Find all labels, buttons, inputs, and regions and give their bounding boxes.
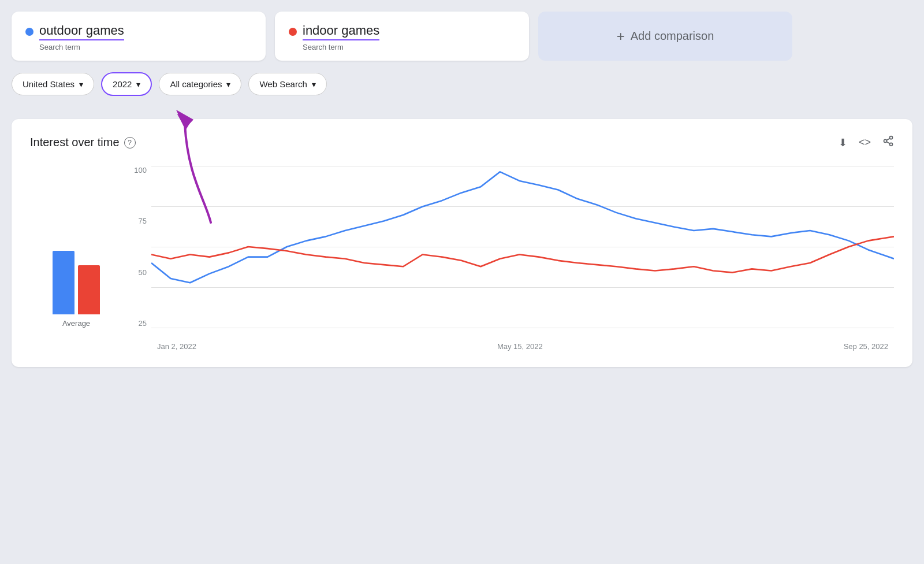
svg-point-3 [884, 140, 887, 143]
x-axis-labels: Jan 2, 2022 May 15, 2022 Sep 25, 2022 [151, 342, 894, 351]
x-label-may: May 15, 2022 [497, 342, 543, 351]
add-comparison-button[interactable]: + Add comparison [538, 12, 792, 61]
search-term-text-1[interactable]: outdoor games [39, 23, 124, 40]
svg-point-4 [890, 143, 893, 146]
dot-red-2 [289, 28, 297, 36]
chart-header: Interest over time ? ⬇ <> [30, 135, 894, 150]
y-label-75: 75 [139, 217, 147, 225]
location-label: United States [23, 79, 74, 89]
download-icon[interactable]: ⬇ [839, 136, 847, 149]
grid-line-0 [151, 328, 894, 328]
svg-point-2 [890, 136, 893, 139]
embed-icon[interactable]: <> [859, 136, 871, 149]
y-label-25: 25 [139, 319, 147, 328]
average-section: Average [30, 166, 122, 351]
svg-line-6 [886, 138, 890, 140]
chart-title-row: Interest over time ? [30, 136, 136, 149]
location-filter[interactable]: United States [12, 73, 94, 95]
y-axis: 100 75 50 25 [122, 166, 151, 328]
search-type-chevron-icon [312, 79, 316, 89]
categories-filter[interactable]: All categories [159, 73, 241, 95]
y-label-100: 100 [134, 166, 147, 175]
line-chart-svg [151, 166, 894, 328]
location-chevron-icon [79, 79, 83, 89]
blue-line [151, 172, 894, 283]
add-comparison-label: Add comparison [631, 29, 714, 43]
chart-body: Jan 2, 2022 May 15, 2022 Sep 25, 2022 [151, 166, 894, 351]
interest-over-time-card: Interest over time ? ⬇ <> Average [12, 119, 912, 367]
year-chevron-icon [136, 79, 140, 89]
avg-label: Average [62, 319, 90, 328]
x-label-jan: Jan 2, 2022 [157, 342, 196, 351]
year-label: 2022 [113, 79, 132, 89]
search-term-label-2: Search term [303, 43, 515, 51]
search-term-text-2[interactable]: indoor games [303, 23, 379, 40]
filters-row: United States 2022 All categories Web Se… [12, 72, 912, 96]
y-label-50: 50 [139, 268, 147, 277]
categories-chevron-icon [226, 79, 230, 89]
search-term-label-1: Search term [39, 43, 252, 51]
search-term-card-1: outdoor games Search term [12, 12, 266, 61]
search-terms-row: outdoor games Search term indoor games S… [12, 12, 912, 61]
avg-bar-blue [53, 251, 74, 314]
plus-icon: + [617, 28, 625, 44]
svg-line-5 [886, 142, 890, 143]
avg-bar-red [78, 265, 100, 314]
chart-area: Average 100 75 50 25 [30, 166, 894, 351]
chart-actions: ⬇ <> [839, 135, 894, 150]
avg-bars [53, 233, 100, 314]
search-term-card-2: indoor games Search term [275, 12, 529, 61]
line-chart-section: 100 75 50 25 [122, 166, 894, 351]
help-icon[interactable]: ? [124, 137, 136, 149]
red-line [151, 236, 894, 272]
search-type-filter[interactable]: Web Search [248, 73, 326, 95]
chart-title: Interest over time [30, 136, 120, 149]
share-icon[interactable] [882, 135, 894, 150]
categories-label: All categories [170, 79, 222, 89]
search-type-label: Web Search [259, 79, 307, 89]
x-label-sep: Sep 25, 2022 [844, 342, 888, 351]
dot-blue-1 [25, 28, 33, 36]
year-filter[interactable]: 2022 [101, 72, 152, 96]
